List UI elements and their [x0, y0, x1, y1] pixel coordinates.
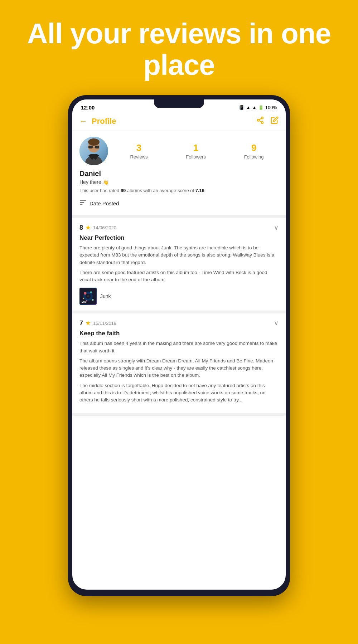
edit-button[interactable] — [271, 116, 279, 126]
profile-stats-text: This user has rated 99 albums with an av… — [79, 188, 279, 193]
sort-icon — [79, 199, 87, 208]
review-2-title: Keep the faith — [79, 330, 279, 337]
review-item-1: 8 ★ 14/06/2020 ∨ Near Perfection There a… — [72, 218, 286, 313]
following-label: Following — [244, 154, 264, 160]
svg-point-7 — [88, 138, 100, 146]
wifi-icon: ▲ — [246, 105, 251, 110]
phone-wrapper: 12:00 📳 ▲ ▲ 🔋 100% ← Profile — [0, 95, 358, 596]
profile-section: 3 Reviews 1 Followers 9 Following Da — [72, 131, 286, 218]
svg-point-17 — [87, 296, 89, 298]
review-1-score-row: 8 ★ 14/06/2020 — [79, 224, 116, 231]
svg-text:M83: M83 — [82, 301, 86, 303]
review-1-star: ★ — [85, 224, 91, 231]
review-1-body: There are plenty of good things about Ju… — [79, 244, 279, 283]
stat-following[interactable]: 9 Following — [244, 142, 264, 160]
followers-count: 1 — [186, 142, 206, 153]
review-2-date: 15/11/2019 — [93, 321, 116, 326]
phone-notch — [154, 99, 204, 108]
album-1-name: Junk — [100, 293, 111, 299]
stat-reviews: 3 Reviews — [130, 142, 147, 160]
review-1-body-p2: There are some good featured artists on … — [79, 269, 279, 284]
battery-percent: 100% — [265, 105, 277, 110]
sort-row[interactable]: Date Posted — [79, 197, 279, 209]
app-bar-title: Profile — [92, 117, 116, 126]
phone-screen: 12:00 📳 ▲ ▲ 🔋 100% ← Profile — [72, 99, 286, 590]
stat-followers[interactable]: 1 Followers — [186, 142, 206, 160]
review-2-header: 7 ★ 15/11/2019 ∨ — [79, 319, 279, 327]
hero-title: All your reviews in one place — [21, 18, 337, 81]
sort-label: Date Posted — [90, 200, 119, 206]
review-1-body-p1: There are plenty of good things about Ju… — [79, 244, 279, 266]
avatar — [79, 137, 108, 165]
review-2-score-row: 7 ★ 15/11/2019 — [79, 319, 116, 327]
review-1-date: 14/06/2020 — [93, 225, 116, 230]
review-2-body-p3: The middle section is forgettable. Hugo … — [79, 382, 279, 404]
following-count: 9 — [244, 142, 264, 153]
album-1-art: M83 — [79, 288, 97, 305]
followers-label: Followers — [186, 154, 206, 160]
svg-line-3 — [259, 121, 261, 122]
profile-bio: Hey there 👋 — [79, 179, 279, 185]
status-icons: 📳 ▲ ▲ 🔋 100% — [239, 105, 277, 110]
reviews-count: 3 — [130, 142, 147, 153]
svg-point-21 — [92, 299, 94, 301]
review-2-score: 7 — [79, 319, 83, 327]
hero-section: All your reviews in one place — [0, 0, 358, 92]
phone-device: 12:00 📳 ▲ ▲ 🔋 100% ← Profile — [68, 95, 290, 596]
svg-line-4 — [259, 118, 261, 120]
share-button[interactable] — [256, 116, 264, 126]
review-2-body-p1: This album has been 4 years in the makin… — [79, 340, 279, 355]
svg-point-20 — [83, 298, 84, 299]
vibrate-icon: 📳 — [239, 105, 245, 110]
review-2-body-p2: The album opens strongly with Dream Drea… — [79, 357, 279, 379]
review-2-body: This album has been 4 years in the makin… — [79, 340, 279, 404]
review-1-score: 8 — [79, 224, 83, 231]
stats: 3 Reviews 1 Followers 9 Following — [115, 142, 279, 160]
svg-rect-9 — [95, 146, 99, 148]
review-2-chevron[interactable]: ∨ — [274, 319, 279, 327]
review-1-title: Near Perfection — [79, 234, 279, 241]
profile-name: Daniel — [79, 170, 279, 178]
svg-point-22 — [86, 300, 88, 302]
profile-top: 3 Reviews 1 Followers 9 Following — [79, 137, 279, 165]
status-time: 12:00 — [81, 104, 95, 111]
review-2-star: ★ — [85, 319, 91, 327]
back-button[interactable]: ← — [79, 117, 87, 126]
app-bar-left: ← Profile — [79, 117, 116, 126]
review-1-album-tag[interactable]: M83 Junk — [79, 288, 279, 305]
svg-point-18 — [84, 292, 86, 294]
review-1-header: 8 ★ 14/06/2020 ∨ — [79, 224, 279, 231]
svg-point-19 — [90, 292, 92, 294]
svg-rect-8 — [88, 146, 93, 148]
review-item-2: 7 ★ 15/11/2019 ∨ Keep the faith This alb… — [72, 313, 286, 416]
battery-icon: 🔋 — [258, 105, 264, 110]
app-bar-right — [256, 116, 279, 126]
reviews-label: Reviews — [130, 154, 147, 160]
app-bar: ← Profile — [72, 113, 286, 131]
signal-icon: ▲ — [252, 105, 257, 110]
review-1-chevron[interactable]: ∨ — [274, 224, 279, 231]
